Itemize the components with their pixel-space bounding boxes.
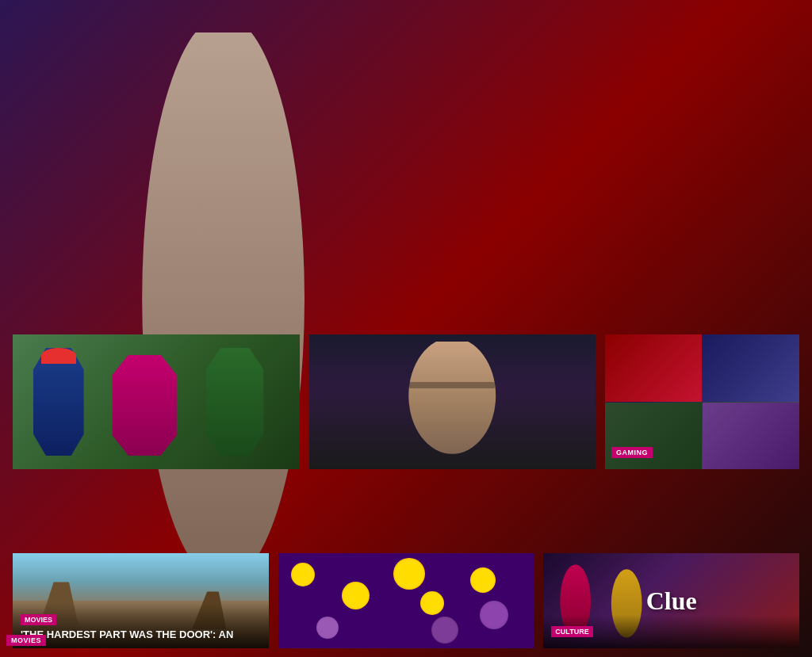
ash-cap xyxy=(41,348,75,364)
sidebar-movies-card[interactable]: MOVIES The Menu, Puss in Boots: The Last… xyxy=(605,95,799,267)
ash-silhouette xyxy=(27,348,90,456)
sidebar-img-bg xyxy=(605,95,799,267)
brock-silhouette xyxy=(199,348,270,456)
collage-4 xyxy=(703,403,799,470)
misty-silhouette xyxy=(105,355,185,456)
gaming-cat-badge: GAMING xyxy=(611,447,653,458)
bottom-clue-image: Clue CULTURE xyxy=(543,553,799,648)
sidebar-top: MOVIES The Menu, Puss in Boots: The Last… xyxy=(605,95,799,325)
collage-1 xyxy=(605,334,702,402)
bottom-culture-badge: CULTURE xyxy=(551,626,592,637)
gaming-image: GAMING xyxy=(605,334,799,469)
site-content: REVIEWS NETFLIX'S CHRISTIAN BALE HORROR … xyxy=(0,82,812,657)
bottom-clue-card[interactable]: Clue CULTURE xyxy=(543,553,799,648)
bottom-clue-overlay: CULTURE xyxy=(543,615,799,648)
clue-title-big: Clue xyxy=(646,586,697,616)
bottom-pokemon-card[interactable] xyxy=(278,553,534,648)
bottom-pokemon-image xyxy=(278,553,534,648)
content-grid: REVIEWS NETFLIX'S CHRISTIAN BALE HORROR … xyxy=(13,95,799,648)
pokemon-image xyxy=(13,334,300,469)
m3gan-eyes xyxy=(409,382,495,389)
sidebar-movies-image: MOVIES xyxy=(605,95,799,198)
bottom-movies-badge: MOVIES xyxy=(21,614,56,625)
bottom-movies-image: MOVIES 'THE HARDEST PART WAS THE DOOR': … xyxy=(13,553,269,648)
collage-3 xyxy=(605,403,702,470)
bottom-movies-overlay: MOVIES 'THE HARDEST PART WAS THE DOOR': … xyxy=(13,603,269,649)
bottom-movies-title: 'THE HARDEST PART WAS THE DOOR': AN xyxy=(21,628,261,641)
pikachu-3 xyxy=(393,558,425,590)
bottom-row: MOVIES 'THE HARDEST PART WAS THE DOOR': … xyxy=(13,553,799,648)
collage-2 xyxy=(703,334,799,402)
bottom-movies-card[interactable]: MOVIES 'THE HARDEST PART WAS THE DOOR': … xyxy=(13,553,269,648)
m3gan-image xyxy=(309,334,596,469)
pikachu-1 xyxy=(291,563,315,586)
